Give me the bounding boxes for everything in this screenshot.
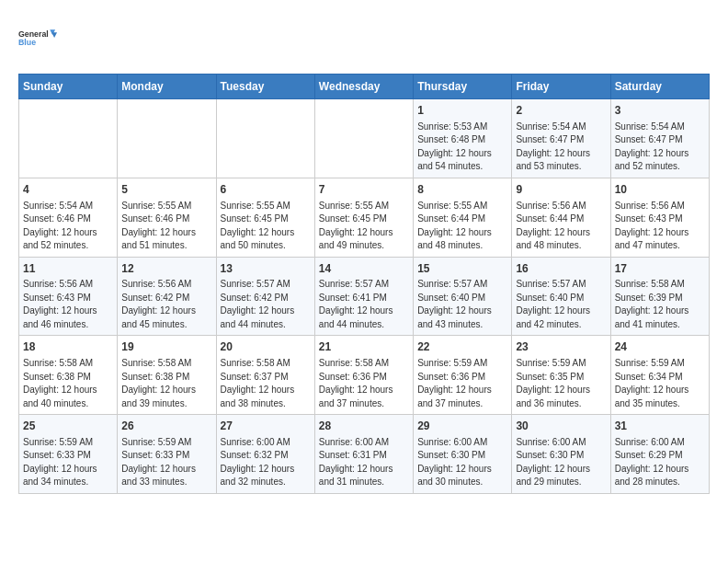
calendar-cell: 9Sunrise: 5:56 AMSunset: 6:44 PMDaylight… <box>512 178 610 257</box>
day-number: 9 <box>516 182 606 198</box>
calendar-cell: 15Sunrise: 5:57 AMSunset: 6:40 PMDayligh… <box>414 257 512 336</box>
weekday-header-row: SundayMondayTuesdayWednesdayThursdayFrid… <box>19 75 710 99</box>
calendar-cell: 25Sunrise: 5:59 AMSunset: 6:33 PMDayligh… <box>19 415 118 494</box>
calendar-table: SundayMondayTuesdayWednesdayThursdayFrid… <box>18 74 710 494</box>
calendar-cell: 8Sunrise: 5:55 AMSunset: 6:44 PMDaylight… <box>414 178 512 257</box>
calendar-cell: 12Sunrise: 5:56 AMSunset: 6:42 PMDayligh… <box>118 257 216 336</box>
day-number: 7 <box>319 182 409 198</box>
calendar-cell: 13Sunrise: 5:57 AMSunset: 6:42 PMDayligh… <box>216 257 314 336</box>
day-info: Sunrise: 5:57 AMSunset: 6:41 PMDaylight:… <box>319 278 409 331</box>
calendar-cell: 6Sunrise: 5:55 AMSunset: 6:45 PMDaylight… <box>216 178 314 257</box>
day-number: 8 <box>417 182 507 198</box>
day-info: Sunrise: 5:58 AMSunset: 6:39 PMDaylight:… <box>615 278 705 331</box>
weekday-header: Monday <box>118 75 216 99</box>
day-number: 16 <box>516 261 606 277</box>
calendar-cell: 1Sunrise: 5:53 AMSunset: 6:48 PMDaylight… <box>414 99 512 178</box>
day-info: Sunrise: 5:59 AMSunset: 6:34 PMDaylight:… <box>615 357 705 410</box>
day-info: Sunrise: 6:00 AMSunset: 6:30 PMDaylight:… <box>516 436 606 489</box>
day-number: 20 <box>221 339 311 355</box>
calendar-cell: 14Sunrise: 5:57 AMSunset: 6:41 PMDayligh… <box>314 257 413 336</box>
day-info: Sunrise: 5:59 AMSunset: 6:33 PMDaylight:… <box>121 436 211 489</box>
calendar-cell: 19Sunrise: 5:58 AMSunset: 6:38 PMDayligh… <box>118 336 216 415</box>
calendar-week-row: 4Sunrise: 5:54 AMSunset: 6:46 PMDaylight… <box>19 178 710 257</box>
calendar-week-row: 11Sunrise: 5:56 AMSunset: 6:43 PMDayligh… <box>19 257 710 336</box>
calendar-cell: 5Sunrise: 5:55 AMSunset: 6:46 PMDaylight… <box>118 178 216 257</box>
day-number: 5 <box>121 182 211 198</box>
calendar-cell: 18Sunrise: 5:58 AMSunset: 6:38 PMDayligh… <box>19 336 118 415</box>
calendar-cell: 27Sunrise: 6:00 AMSunset: 6:32 PMDayligh… <box>216 415 314 494</box>
day-info: Sunrise: 5:58 AMSunset: 6:36 PMDaylight:… <box>319 357 409 410</box>
day-number: 23 <box>516 339 606 355</box>
logo-svg: General Blue <box>18 18 59 59</box>
day-info: Sunrise: 6:00 AMSunset: 6:30 PMDaylight:… <box>417 436 507 489</box>
day-number: 30 <box>516 419 606 434</box>
day-number: 19 <box>121 339 211 355</box>
day-info: Sunrise: 5:56 AMSunset: 6:44 PMDaylight:… <box>516 200 606 253</box>
calendar-week-row: 25Sunrise: 5:59 AMSunset: 6:33 PMDayligh… <box>19 415 710 494</box>
day-number: 15 <box>417 261 507 277</box>
day-info: Sunrise: 5:54 AMSunset: 6:47 PMDaylight:… <box>516 121 606 174</box>
day-number: 24 <box>615 339 705 355</box>
day-number: 28 <box>319 419 409 434</box>
day-info: Sunrise: 5:56 AMSunset: 6:42 PMDaylight:… <box>121 278 211 331</box>
day-number: 21 <box>319 339 409 355</box>
day-info: Sunrise: 6:00 AMSunset: 6:29 PMDaylight:… <box>615 436 705 489</box>
day-info: Sunrise: 5:55 AMSunset: 6:45 PMDaylight:… <box>319 200 409 253</box>
day-number: 17 <box>615 261 705 277</box>
day-number: 2 <box>516 103 606 119</box>
calendar-cell: 17Sunrise: 5:58 AMSunset: 6:39 PMDayligh… <box>610 257 709 336</box>
calendar-week-row: 18Sunrise: 5:58 AMSunset: 6:38 PMDayligh… <box>19 336 710 415</box>
day-info: Sunrise: 5:56 AMSunset: 6:43 PMDaylight:… <box>615 200 705 253</box>
calendar-cell: 26Sunrise: 5:59 AMSunset: 6:33 PMDayligh… <box>118 415 216 494</box>
day-number: 18 <box>23 339 113 355</box>
header: General Blue <box>18 18 710 59</box>
day-number: 14 <box>319 261 409 277</box>
weekday-header: Saturday <box>610 75 709 99</box>
calendar-cell <box>314 99 413 178</box>
day-info: Sunrise: 5:59 AMSunset: 6:36 PMDaylight:… <box>417 357 507 410</box>
day-info: Sunrise: 5:55 AMSunset: 6:46 PMDaylight:… <box>121 200 211 253</box>
day-number: 10 <box>615 182 705 198</box>
weekday-header: Tuesday <box>216 75 314 99</box>
calendar-cell: 20Sunrise: 5:58 AMSunset: 6:37 PMDayligh… <box>216 336 314 415</box>
calendar-cell: 10Sunrise: 5:56 AMSunset: 6:43 PMDayligh… <box>610 178 709 257</box>
day-info: Sunrise: 5:57 AMSunset: 6:40 PMDaylight:… <box>417 278 507 331</box>
day-number: 27 <box>221 419 311 434</box>
calendar-cell: 3Sunrise: 5:54 AMSunset: 6:47 PMDaylight… <box>610 99 709 178</box>
day-info: Sunrise: 5:58 AMSunset: 6:37 PMDaylight:… <box>221 357 311 410</box>
day-info: Sunrise: 5:58 AMSunset: 6:38 PMDaylight:… <box>121 357 211 410</box>
day-number: 6 <box>221 182 311 198</box>
calendar-cell: 28Sunrise: 6:00 AMSunset: 6:31 PMDayligh… <box>314 415 413 494</box>
day-info: Sunrise: 5:55 AMSunset: 6:44 PMDaylight:… <box>417 200 507 253</box>
day-info: Sunrise: 5:54 AMSunset: 6:46 PMDaylight:… <box>23 200 113 253</box>
day-number: 3 <box>615 103 705 119</box>
day-info: Sunrise: 5:59 AMSunset: 6:35 PMDaylight:… <box>516 357 606 410</box>
svg-marker-3 <box>51 32 57 38</box>
day-info: Sunrise: 6:00 AMSunset: 6:31 PMDaylight:… <box>319 436 409 489</box>
day-number: 22 <box>417 339 507 355</box>
day-info: Sunrise: 5:59 AMSunset: 6:33 PMDaylight:… <box>23 436 113 489</box>
calendar-cell: 21Sunrise: 5:58 AMSunset: 6:36 PMDayligh… <box>314 336 413 415</box>
day-number: 11 <box>23 261 113 277</box>
calendar-cell: 7Sunrise: 5:55 AMSunset: 6:45 PMDaylight… <box>314 178 413 257</box>
day-info: Sunrise: 5:55 AMSunset: 6:45 PMDaylight:… <box>221 200 311 253</box>
calendar-cell <box>216 99 314 178</box>
calendar-cell <box>118 99 216 178</box>
day-number: 29 <box>417 419 507 434</box>
day-number: 31 <box>615 419 705 434</box>
day-number: 1 <box>417 103 507 119</box>
day-info: Sunrise: 6:00 AMSunset: 6:32 PMDaylight:… <box>221 436 311 489</box>
calendar-cell: 30Sunrise: 6:00 AMSunset: 6:30 PMDayligh… <box>512 415 610 494</box>
calendar-cell: 23Sunrise: 5:59 AMSunset: 6:35 PMDayligh… <box>512 336 610 415</box>
calendar-week-row: 1Sunrise: 5:53 AMSunset: 6:48 PMDaylight… <box>19 99 710 178</box>
calendar-cell: 4Sunrise: 5:54 AMSunset: 6:46 PMDaylight… <box>19 178 118 257</box>
weekday-header: Sunday <box>19 75 118 99</box>
day-number: 12 <box>121 261 211 277</box>
calendar-cell: 2Sunrise: 5:54 AMSunset: 6:47 PMDaylight… <box>512 99 610 178</box>
day-info: Sunrise: 5:56 AMSunset: 6:43 PMDaylight:… <box>23 278 113 331</box>
calendar-cell <box>19 99 118 178</box>
day-number: 26 <box>121 419 211 434</box>
day-info: Sunrise: 5:57 AMSunset: 6:40 PMDaylight:… <box>516 278 606 331</box>
svg-text:Blue: Blue <box>18 38 36 47</box>
calendar-cell: 29Sunrise: 6:00 AMSunset: 6:30 PMDayligh… <box>414 415 512 494</box>
